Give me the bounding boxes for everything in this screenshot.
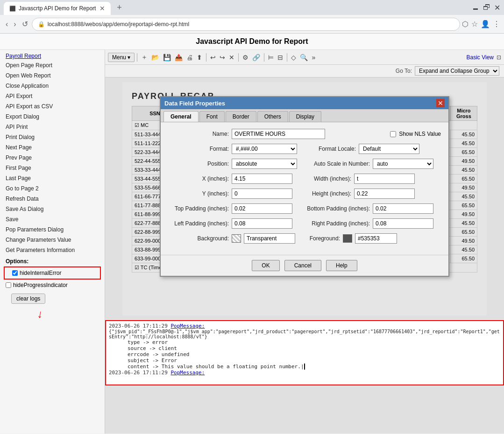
stop-icon[interactable]: ✕ (227, 53, 236, 62)
height-input[interactable] (354, 189, 415, 199)
tab-display[interactable]: Display (289, 111, 321, 122)
left-padding-input[interactable] (232, 218, 292, 229)
hide-internal-error-checkbox[interactable] (12, 270, 18, 276)
more-icon[interactable]: » (310, 53, 317, 62)
menu-icon[interactable]: ⋮ (493, 20, 500, 28)
top-padding-label: Top Padding (inches): (168, 205, 229, 212)
sidebar-item-export-dialog[interactable]: Export Dialog (0, 112, 105, 122)
hide-progress-indicator-checkbox[interactable] (6, 282, 11, 288)
basic-view-link[interactable]: Basic View (467, 54, 494, 61)
height-label: Height (inches): (295, 190, 351, 197)
foreground-input[interactable] (355, 233, 397, 244)
log-area: 2023-06-26 17:11:29 PopMessage: {"j$vm_p… (105, 320, 504, 385)
tab-general[interactable]: General (163, 111, 199, 122)
sidebar-item-get-parameters[interactable]: Get Parameters Information (0, 245, 105, 255)
filter2-icon[interactable]: ⊟ (276, 53, 284, 62)
sidebar-item-prev-page[interactable]: Prev Page (0, 153, 105, 163)
diamond-icon[interactable]: ◇ (290, 53, 298, 62)
top-padding-input[interactable] (232, 203, 292, 214)
background-input[interactable] (244, 233, 295, 244)
sidebar-item-save-as-dialog[interactable]: Save As Dialog (0, 204, 105, 214)
tab-border[interactable]: Border (226, 111, 256, 122)
tab-font[interactable]: Font (199, 111, 225, 122)
app-layout: Payroll Report Open Page Report Open Web… (0, 50, 504, 434)
sidebar-item-last-page[interactable]: Last Page (0, 173, 105, 183)
sidebar-item-refresh-data[interactable]: Refresh Data (0, 194, 105, 204)
width-input[interactable] (354, 174, 415, 184)
add-icon[interactable]: ＋ (140, 52, 149, 63)
sidebar-item-close-application[interactable]: Close Application (0, 81, 105, 91)
foreground-swatch[interactable] (343, 234, 352, 243)
sidebar-item-go-to-page2[interactable]: Go to Page 2 (0, 183, 105, 194)
maximize-icon[interactable]: 🗗 (483, 3, 490, 12)
report-toolbar: Menu ▾ ＋ 📂 💾 📤 🖨 ⬆ ↩ ↪ ✕ ⚙ 🔗 ⊨ ⊟ ◇ 🔍 » B… (105, 50, 504, 65)
share-icon[interactable]: ⬆ (195, 53, 204, 62)
profile-icon[interactable]: 👤 (481, 20, 490, 28)
show-nls-checkbox[interactable] (390, 131, 396, 137)
cast-icon[interactable]: ⬡ (462, 20, 469, 28)
log-errcode: errcode -> undefined (109, 351, 500, 357)
sidebar-item-api-print[interactable]: API Print (0, 122, 105, 132)
help-button[interactable]: Help (326, 260, 357, 271)
browser-tab[interactable]: ⬛ Javascrtp API Demo for Report ✕ (4, 2, 111, 15)
position-select[interactable]: absolute (232, 159, 297, 169)
new-tab-button[interactable]: + (113, 1, 126, 14)
link-icon[interactable]: 🔗 (251, 53, 262, 62)
breadcrumb-link[interactable]: Payroll Report (0, 52, 105, 60)
sidebar-item-next-page[interactable]: Next Page (0, 142, 105, 153)
sidebar-item-api-export[interactable]: API Export (0, 91, 105, 101)
auto-scale-select[interactable]: auto (373, 159, 433, 169)
sidebar-item-pop-parameters[interactable]: Pop Parameters Dialog (0, 224, 105, 235)
tab-others[interactable]: Others (257, 111, 288, 122)
y-input[interactable] (232, 189, 292, 199)
redo-icon[interactable]: ↪ (218, 53, 227, 62)
ok-button[interactable]: OK (252, 260, 279, 271)
log-source: source -> client (109, 345, 500, 351)
name-input[interactable] (232, 129, 325, 139)
forward-button[interactable]: › (12, 18, 18, 30)
minimize-icon[interactable]: 🗕 (472, 3, 479, 12)
settings-icon[interactable]: ⚙ (241, 53, 250, 62)
back-button[interactable]: ‹ (4, 18, 10, 30)
search-icon[interactable]: 🔍 (298, 53, 309, 62)
format-select[interactable]: #,###.00 (232, 144, 297, 154)
bg-fg-row: Background: Foreground: (168, 233, 441, 244)
bottom-padding-input[interactable] (373, 203, 433, 214)
sidebar-item-print-dialog[interactable]: Print Dialog (0, 132, 105, 142)
right-padding-input[interactable] (373, 218, 433, 229)
menu-button[interactable]: Menu ▾ (108, 53, 135, 62)
goto-select[interactable]: Expand and Collapse Group (415, 66, 499, 76)
print-icon[interactable]: 🖨 (185, 53, 194, 62)
log-link-1[interactable]: PopMessage: (170, 323, 205, 329)
log-link-2[interactable]: PopMessage: (170, 370, 205, 376)
sidebar-item-first-page[interactable]: First Page (0, 163, 105, 173)
address-bar[interactable]: 🔒 localhost:8888/webos/app/demo/jreporta… (32, 18, 460, 31)
log-timestamp-2: 2023-06-26 17:11:29 (109, 370, 168, 376)
format-locale-select[interactable]: Default (359, 144, 419, 154)
export-icon[interactable]: 📤 (173, 53, 184, 62)
save-icon[interactable]: 💾 (162, 53, 172, 62)
name-label: Name: (168, 131, 229, 137)
sidebar-item-open-web-report[interactable]: Open Web Report (0, 70, 105, 81)
close-icon[interactable]: ✕ (494, 3, 500, 12)
folder-icon[interactable]: 📂 (150, 53, 161, 62)
sidebar-item-open-page-report[interactable]: Open Page Report (0, 60, 105, 70)
cancel-button[interactable]: Cancel (284, 260, 321, 271)
hide-internal-error-row: hideInternalError (7, 268, 98, 278)
undo-icon[interactable]: ↩ (209, 53, 217, 62)
x-input[interactable] (232, 174, 292, 184)
background-swatch[interactable] (232, 234, 241, 243)
clear-logs-button[interactable]: clear logs (11, 294, 45, 304)
filter-icon[interactable]: ⊨ (267, 53, 275, 62)
toolbar-separator-4 (264, 53, 264, 62)
bookmark-icon[interactable]: ☆ (471, 20, 478, 28)
basic-view-icon[interactable]: ⊡ (497, 54, 501, 61)
right-padding-label: Right Padding (inches): (295, 220, 370, 227)
x-width-row: X (inches): Width (inches): (168, 174, 441, 184)
sidebar-item-api-export-csv[interactable]: API Export as CSV (0, 101, 105, 112)
dialog-close-button[interactable]: ✕ (436, 99, 445, 107)
reload-button[interactable]: ↺ (20, 18, 30, 30)
sidebar-item-save[interactable]: Save (0, 214, 105, 224)
sidebar-item-change-parameters[interactable]: Change Parameters Value (0, 235, 105, 245)
tab-close-icon[interactable]: ✕ (99, 5, 105, 12)
